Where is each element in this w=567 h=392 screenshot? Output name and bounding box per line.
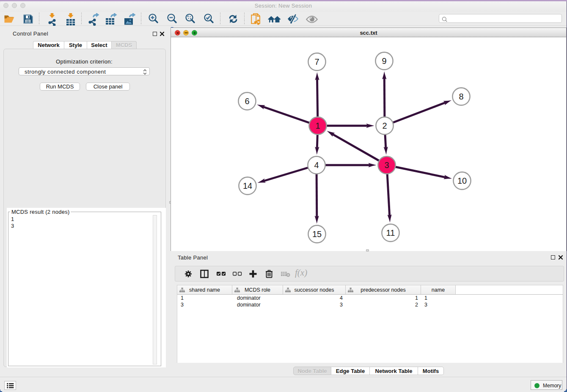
svg-text:8: 8 [459,92,463,101]
svg-text:3: 3 [384,160,389,170]
svg-text:15: 15 [312,229,322,239]
svg-text:2: 2 [382,121,387,130]
svg-text:9: 9 [382,56,386,66]
svg-text:11: 11 [386,228,395,237]
svg-text:1: 1 [315,121,320,130]
svg-text:14: 14 [243,181,252,190]
svg-text:10: 10 [457,176,467,185]
svg-text:4: 4 [314,160,319,170]
svg-text:7: 7 [314,57,319,66]
svg-text:6: 6 [245,97,249,106]
